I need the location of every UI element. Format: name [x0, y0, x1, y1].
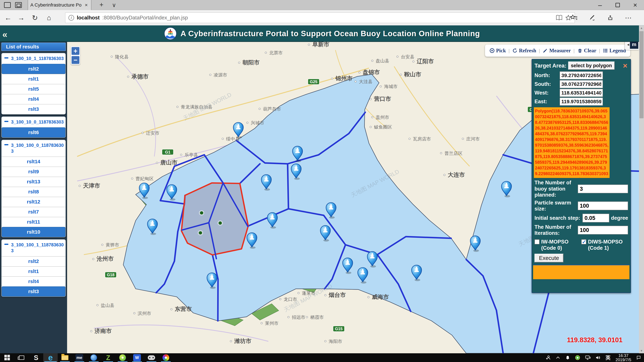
swarm-size-input[interactable]: [578, 201, 628, 210]
collapse-minus-icon[interactable]: [4, 144, 8, 145]
app-s[interactable]: S: [29, 353, 43, 362]
zoom-out-button[interactable]: −: [71, 56, 80, 64]
zoom-in-button[interactable]: +: [71, 47, 80, 55]
sidebar-collapse-icon[interactable]: «: [2, 29, 8, 39]
result-item[interactable]: rslt13: [2, 177, 66, 187]
refresh-button[interactable]: ↻: [30, 13, 40, 23]
task-view-button[interactable]: [14, 353, 29, 362]
app-map-tool[interactable]: [86, 353, 101, 362]
window-restore-button[interactable]: [609, 0, 626, 10]
planned-buoy-point[interactable]: [200, 211, 203, 215]
toolbar-measurer-button[interactable]: Measurer: [542, 48, 571, 54]
result-item[interactable]: rslt6: [2, 127, 66, 137]
reading-view-icon[interactable]: [556, 15, 562, 21]
toolbar-refresh-button[interactable]: Refresh: [512, 48, 536, 54]
back-button[interactable]: ←: [3, 13, 13, 23]
algorithm-option[interactable]: DIWS-MOPSO (Code 1): [581, 239, 628, 251]
browser-scrollbar[interactable]: ▲ ▼: [639, 25, 644, 353]
result-item[interactable]: rslt4: [2, 94, 66, 104]
result-group-header[interactable]: 3_100_10_0_1187836303: [2, 117, 66, 127]
address-input[interactable]: i localhost :8080/BuoyDataPortal/index_p…: [65, 12, 575, 23]
window-minimize-button[interactable]: –: [591, 0, 609, 10]
app-z[interactable]: Z: [101, 353, 116, 362]
web-note-pen-icon[interactable]: [589, 14, 596, 21]
result-item[interactable]: rslt14: [2, 157, 66, 167]
action-center-icon[interactable]: [636, 355, 641, 360]
result-item[interactable]: rslt12: [2, 197, 66, 207]
iterations-input[interactable]: [578, 226, 628, 234]
toolbar-legend-button[interactable]: Legend: [603, 48, 626, 54]
scroll-up-icon[interactable]: ▲: [639, 25, 644, 30]
checkbox-icon[interactable]: [534, 239, 540, 244]
tab-close-icon[interactable]: ×: [84, 2, 89, 8]
execute-button[interactable]: Execute: [534, 254, 564, 263]
result-item[interactable]: rslt5: [2, 84, 66, 94]
app-w[interactable]: W: [130, 353, 144, 362]
map-canvas[interactable]: G25G1G18G15G11 隆化县承德市凌源市朝阳市北票市阜新市锦州市盘山县台…: [67, 42, 639, 353]
forward-button[interactable]: →: [16, 13, 26, 23]
app-edge[interactable]: e: [43, 353, 58, 362]
home-button[interactable]: ⌂: [44, 13, 54, 23]
result-group-header[interactable]: 3_100_10_1_1187836303: [2, 53, 66, 64]
share-icon[interactable]: [607, 14, 614, 21]
hub-favorites-icon[interactable]: [570, 14, 578, 21]
result-item[interactable]: rslt3: [2, 104, 66, 114]
result-group-header[interactable]: 3_100_100_1_1187836303: [2, 240, 66, 256]
checkbox-checked-icon[interactable]: [581, 239, 586, 244]
search-step-input[interactable]: [582, 214, 609, 222]
north-input[interactable]: [560, 71, 603, 79]
ime-language-indicator[interactable]: 英: [606, 354, 611, 361]
tab-preview-icon[interactable]: [4, 2, 11, 8]
start-button[interactable]: [0, 353, 14, 362]
west-input[interactable]: [560, 89, 603, 97]
map-corner-tab[interactable]: ◂ m: [625, 42, 639, 50]
scroll-down-icon[interactable]: ▼: [639, 348, 644, 353]
collapse-minus-icon[interactable]: [4, 121, 8, 122]
result-item[interactable]: rslt7: [2, 207, 66, 217]
bell-icon[interactable]: [565, 355, 570, 360]
select-by-polygon-button[interactable]: select by polygon: [568, 61, 615, 70]
toolbar-pick-button[interactable]: Pick: [489, 48, 506, 54]
scrollbar-thumb[interactable]: [640, 31, 644, 118]
result-item[interactable]: rslt10: [2, 227, 66, 237]
window-close-button[interactable]: ×: [626, 0, 644, 10]
result-item[interactable]: rslt9: [2, 167, 66, 177]
result-item[interactable]: rslt1: [2, 266, 66, 276]
result-group-header[interactable]: 3_100_100_0_1187836303: [2, 140, 66, 157]
result-item[interactable]: rslt2: [2, 256, 66, 266]
app-me[interactable]: me: [72, 353, 86, 362]
site-info-icon[interactable]: i: [68, 15, 74, 21]
taskbar-clock[interactable]: 16:37 2019/7/5: [616, 354, 631, 362]
result-item[interactable]: rslt1: [2, 74, 66, 84]
buoy-count-input[interactable]: [578, 185, 628, 193]
people-icon[interactable]: [546, 355, 550, 360]
collapse-minus-icon[interactable]: [4, 244, 8, 245]
settings-more-icon[interactable]: ⋯: [625, 14, 632, 22]
result-item[interactable]: rslt4: [2, 276, 66, 286]
network-display-icon[interactable]: [585, 355, 590, 360]
result-item[interactable]: rslt8: [2, 187, 66, 197]
set-tabs-aside-icon[interactable]: [15, 2, 22, 8]
result-item[interactable]: rslt2: [2, 64, 66, 74]
planned-buoy-point[interactable]: [199, 231, 202, 235]
algorithm-option[interactable]: IW-MOPSO (Code 0): [534, 239, 581, 251]
file-explorer-button[interactable]: [58, 353, 72, 362]
collapse-minus-icon[interactable]: [4, 57, 8, 58]
app-palette[interactable]: [159, 353, 173, 362]
volume-icon[interactable]: [596, 355, 600, 360]
browser-tab[interactable]: A Cyberinfrastructure Po ×: [28, 0, 92, 10]
result-item[interactable]: rslt11: [2, 217, 66, 227]
tab-list-chevron-icon[interactable]: ∨: [109, 2, 119, 8]
toolbar-clear-button[interactable]: Clear: [577, 48, 596, 54]
app-360[interactable]: [116, 353, 130, 362]
app-controller[interactable]: [144, 353, 159, 362]
east-input[interactable]: [560, 97, 603, 106]
result-item[interactable]: rslt3: [2, 286, 66, 297]
south-input[interactable]: [560, 80, 603, 88]
planned-buoy-point[interactable]: [218, 221, 222, 225]
polygon-coordinates-text[interactable]: Polygon(118.78363037109376,39.0650073242…: [534, 107, 610, 178]
chevron-up-icon[interactable]: [556, 356, 560, 360]
panel-close-icon[interactable]: ×: [623, 63, 628, 69]
antivirus-shield-icon[interactable]: [575, 355, 580, 360]
new-tab-button[interactable]: +: [96, 1, 106, 8]
